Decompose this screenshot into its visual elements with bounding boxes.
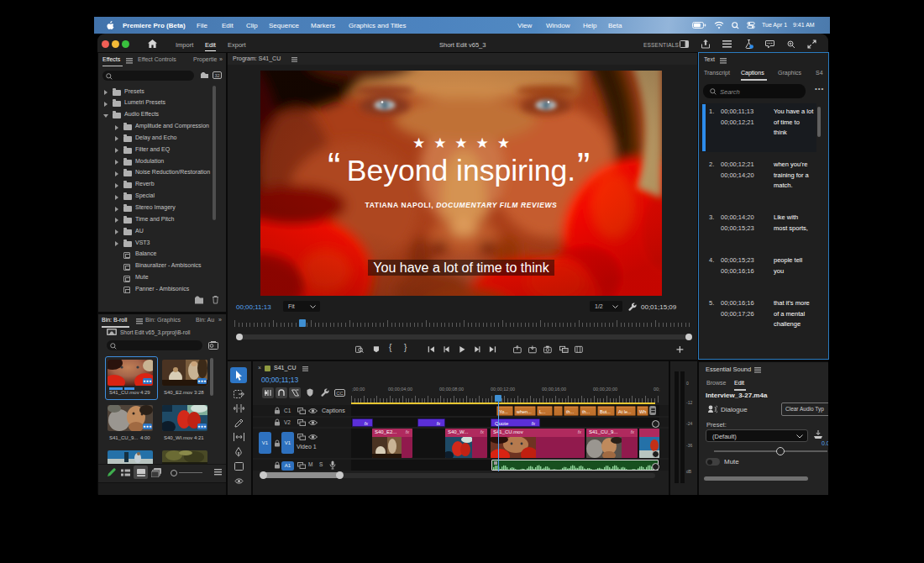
svg-text:32: 32 xyxy=(214,73,219,78)
svg-text:CC: CC xyxy=(336,391,344,396)
